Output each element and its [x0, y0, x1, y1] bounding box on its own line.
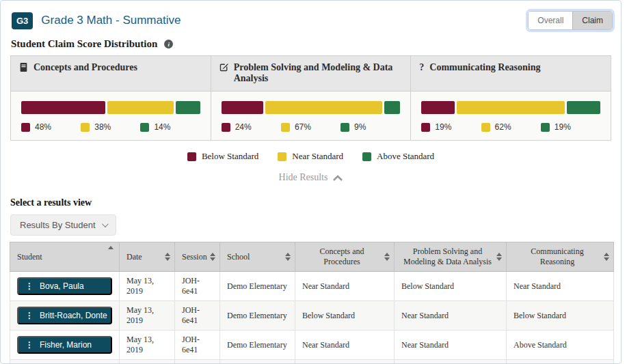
legend-label: Near Standard [292, 151, 343, 162]
session-cell: JOH-6e41 [175, 301, 220, 331]
session-cell: JOH-6e41 [175, 360, 220, 364]
column-header-concepts-and-procedures[interactable]: Concepts and Procedures [295, 242, 395, 272]
student-menu-button[interactable]: ⋮ Fisher, Marion [17, 336, 112, 354]
hide-results-link[interactable]: Hide Results [1, 172, 621, 183]
table-row: ⋮ Fisher, Marion May 13, 2019 JOH-6e41 D… [10, 331, 614, 360]
near-standard-segment [457, 101, 565, 114]
claim-section: ? Communicating Reasoning 19% 62% 19% [410, 56, 611, 140]
school-cell: Demo Elementary [220, 360, 295, 364]
above-standard-percent: 19% [555, 122, 571, 132]
report-page: G3 Grade 3 Math - Summative Overall Clai… [0, 0, 622, 364]
near-standard-percent: 62% [495, 122, 511, 132]
kebab-menu-icon: ⋮ [25, 341, 34, 349]
claim-label: Concepts and Procedures [34, 62, 137, 73]
legend-swatch [278, 152, 286, 161]
date-cell: May 13, 2019 [120, 360, 175, 364]
concepts-score-cell: Below Standard [295, 360, 395, 364]
problem-solving-score-cell: Below Standard [395, 272, 507, 301]
claim-label: Communicating Reasoning [429, 62, 540, 73]
column-header-session[interactable]: Session [175, 242, 220, 272]
results-view-toggle: Overall Claim [528, 11, 613, 30]
sort-icon [604, 253, 609, 261]
above-standard-swatch [341, 123, 349, 132]
overall-toggle-button[interactable]: Overall [529, 12, 572, 29]
near-standard-percent: 38% [94, 122, 111, 132]
results-view-dropdown-label: Results By Student [20, 220, 96, 230]
above-standard-percent: 14% [154, 122, 170, 132]
table-row: ⋮ Hackworth, Gwen May 13, 2019 JOH-6e41 … [10, 360, 614, 364]
results-view-dropdown[interactable]: Results By Student [10, 214, 116, 236]
above-standard-percent: 9% [354, 122, 366, 132]
edit-icon [219, 63, 228, 74]
above-standard-swatch [541, 123, 550, 132]
sort-icon [165, 253, 170, 261]
legend-swatch [187, 152, 196, 161]
above-standard-segment [176, 101, 200, 114]
question-icon: ? [419, 63, 424, 72]
claim-section: Concepts and Procedures 48% 38% 14% [11, 56, 211, 140]
below-standard-segment [21, 101, 105, 114]
near-standard-swatch [481, 123, 490, 132]
school-cell: Demo Elementary [220, 301, 295, 331]
near-standard-swatch [81, 123, 90, 132]
results-view-heading: Select a results view [10, 197, 621, 208]
problem-solving-score-cell: Near Standard [395, 360, 507, 364]
claim-distribution-bar [421, 101, 600, 114]
legend-label: Above Standard [377, 151, 434, 162]
page-title: Grade 3 Math - Summative [41, 14, 528, 27]
kebab-menu-icon: ⋮ [25, 282, 34, 290]
grade-badge: G3 [12, 12, 33, 29]
column-header-problem-solving-and-modeling-data-analysis[interactable]: Problem Solving and Modeling & Data Anal… [395, 242, 507, 272]
concepts-score-cell: Near Standard [295, 331, 395, 360]
distribution-heading: Student Claim Score Distribution [11, 38, 157, 50]
table-header-row: StudentDateSessionSchoolConcepts and Pro… [10, 242, 614, 272]
claim-section: Problem Solving and Modeling & Data Anal… [211, 56, 411, 140]
legend-item: Below Standard [187, 151, 258, 162]
sort-icon [384, 253, 390, 261]
claim-toggle-button[interactable]: Claim [572, 12, 612, 29]
date-cell: May 13, 2019 [120, 272, 175, 301]
near-standard-percent: 67% [295, 122, 311, 132]
below-standard-segment [222, 101, 263, 114]
sort-icon [210, 253, 215, 261]
near-standard-swatch [281, 123, 290, 132]
below-standard-percent: 48% [35, 122, 51, 132]
date-cell: May 13, 2019 [120, 331, 175, 360]
communicating-score-cell: Near Standard [507, 272, 614, 301]
student-name: Fisher, Marion [40, 340, 92, 350]
concepts-score-cell: Near Standard [295, 272, 395, 301]
session-cell: JOH-6e41 [175, 272, 220, 301]
claim-distribution-bar [21, 101, 200, 114]
near-standard-segment [265, 101, 382, 114]
concepts-score-cell: Below Standard [295, 301, 395, 331]
column-header-date[interactable]: Date [120, 242, 175, 272]
above-standard-segment [567, 101, 600, 114]
book-icon [19, 63, 28, 74]
column-header-communicating-reasoning[interactable]: Communicating Reasoning [507, 242, 614, 272]
legend-swatch [362, 152, 371, 161]
sort-icon [285, 253, 291, 261]
problem-solving-score-cell: Near Standard [395, 331, 507, 360]
communicating-score-cell: Near Standard [507, 360, 614, 364]
student-name: Bova, Paula [40, 281, 84, 291]
distribution-title-row: Student Claim Score Distribution i [1, 34, 621, 55]
student-menu-button[interactable]: ⋮ Britt-Roach, Donte [17, 307, 112, 324]
claim-distribution-bar [222, 101, 401, 114]
date-cell: May 13, 2019 [120, 301, 175, 331]
communicating-score-cell: Below Standard [507, 301, 614, 331]
student-menu-button[interactable]: ⋮ Bova, Paula [17, 277, 112, 295]
claims-panel: Concepts and Procedures 48% 38% 14% Prob… [10, 55, 611, 141]
below-standard-swatch [421, 123, 430, 132]
below-standard-swatch [21, 123, 30, 132]
kebab-menu-icon: ⋮ [25, 311, 34, 320]
column-header-school[interactable]: School [220, 242, 295, 272]
column-header-student[interactable]: Student [10, 242, 120, 272]
below-standard-swatch [222, 123, 230, 132]
legend-item: Near Standard [278, 151, 343, 162]
above-standard-segment [384, 101, 400, 114]
info-icon[interactable]: i [164, 40, 173, 48]
above-standard-swatch [140, 123, 149, 132]
page-header: G3 Grade 3 Math - Summative Overall Clai… [1, 1, 621, 34]
legend-label: Below Standard [202, 151, 258, 162]
below-standard-percent: 19% [435, 122, 451, 132]
